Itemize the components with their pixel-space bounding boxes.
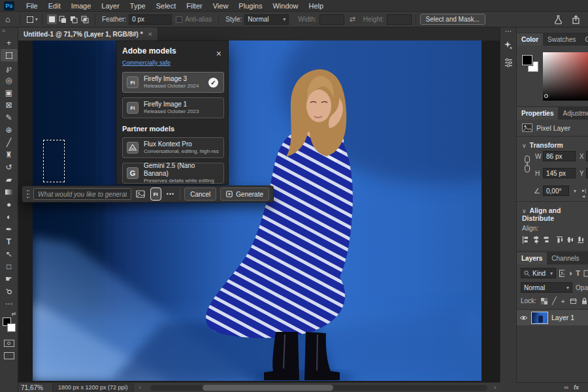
menu-window[interactable]: Window bbox=[267, 0, 303, 12]
tab-paths[interactable]: Paths bbox=[584, 252, 588, 265]
tab-gradients[interactable]: Gradients bbox=[580, 33, 588, 46]
reference-image-icon[interactable] bbox=[135, 188, 146, 201]
model-picker-button[interactable]: Fi bbox=[150, 188, 161, 201]
tab-channels[interactable]: Channels bbox=[547, 252, 583, 265]
tab-adjustments[interactable]: Adjustments bbox=[558, 107, 588, 120]
add-selection-icon[interactable] bbox=[58, 14, 68, 24]
style-select[interactable]: Normal ▾ bbox=[244, 14, 289, 25]
filter-shape-icon[interactable] bbox=[583, 270, 588, 277]
eyedropper-tool[interactable]: ✎ bbox=[1, 111, 18, 123]
model-card-firefly-3[interactable]: Fi Firefly Image 3 Released October 2024… bbox=[122, 72, 224, 93]
menu-image[interactable]: Image bbox=[66, 0, 97, 12]
width-value-input[interactable]: 86 px bbox=[543, 151, 576, 161]
rectangular-marquee-tool[interactable] bbox=[1, 49, 18, 61]
menu-type[interactable]: Type bbox=[125, 0, 151, 12]
tab-properties[interactable]: Properties bbox=[517, 107, 558, 120]
status-chevron-icon[interactable]: › bbox=[139, 384, 141, 391]
commercially-safe-link[interactable]: Commercially safe bbox=[122, 59, 171, 66]
dodge-tool[interactable]: ◐ bbox=[1, 210, 18, 223]
tab-color[interactable]: Color bbox=[517, 33, 543, 46]
beta-flask-icon[interactable] bbox=[554, 15, 563, 24]
filter-type-icon[interactable]: T bbox=[576, 269, 580, 277]
layer-row[interactable]: Layer 1 bbox=[517, 310, 588, 325]
scroll-right-arrow-icon[interactable]: › bbox=[494, 384, 496, 391]
home-icon[interactable]: ⌂ bbox=[5, 14, 10, 24]
align-middle-vertical-icon[interactable] bbox=[567, 236, 573, 244]
layer-name[interactable]: Layer 1 bbox=[551, 314, 574, 321]
tab-layers[interactable]: Layers bbox=[517, 252, 547, 265]
width-input[interactable] bbox=[319, 14, 344, 25]
horizontal-scrollbar-thumb[interactable] bbox=[203, 385, 333, 391]
align-bottom-icon[interactable] bbox=[578, 236, 583, 244]
flip-horizontal-icon[interactable]: ▸|◂ bbox=[582, 188, 588, 199]
angle-caret-icon[interactable]: ▾ bbox=[574, 188, 576, 194]
generate-button[interactable]: Generate bbox=[220, 188, 269, 201]
object-selection-tool[interactable]: ◎ bbox=[1, 74, 18, 86]
generate-prompt-input[interactable] bbox=[33, 188, 131, 200]
more-options-button[interactable]: ••• bbox=[165, 188, 176, 201]
menu-layer[interactable]: Layer bbox=[96, 0, 125, 12]
menu-plugins[interactable]: Plugins bbox=[233, 0, 267, 12]
layer-filter-kind-select[interactable]: Kind ▾ bbox=[521, 268, 556, 278]
history-brush-tool[interactable]: ↺ bbox=[1, 161, 18, 173]
swap-dimensions-icon[interactable]: ⇄ bbox=[350, 15, 355, 24]
layer-thumbnail[interactable] bbox=[531, 312, 548, 324]
strip-drag-handle-icon[interactable] bbox=[505, 30, 512, 33]
blend-mode-select[interactable]: Normal ▾ bbox=[521, 282, 572, 293]
height-input[interactable] bbox=[387, 14, 412, 25]
select-and-mask-button[interactable]: Select and Mask... bbox=[420, 14, 485, 25]
menu-file[interactable]: File bbox=[21, 0, 43, 12]
eraser-tool[interactable]: ▰ bbox=[1, 173, 18, 186]
pen-tool[interactable]: ✒ bbox=[1, 223, 18, 235]
feather-input[interactable]: 0 px bbox=[129, 14, 172, 25]
popup-close-icon[interactable]: × bbox=[216, 50, 221, 57]
menu-view[interactable]: View bbox=[208, 0, 234, 12]
gradient-tool[interactable] bbox=[1, 186, 18, 198]
align-section-header[interactable]: ∨Align and Distribute bbox=[517, 202, 588, 223]
lock-paint-icon[interactable]: ╱ bbox=[552, 297, 557, 305]
cancel-button[interactable]: Cancel bbox=[184, 188, 216, 201]
document-tab-close-icon[interactable]: × bbox=[148, 30, 152, 38]
anti-alias-checkbox[interactable] bbox=[176, 16, 182, 23]
height-value-input[interactable]: 145 px bbox=[543, 168, 576, 178]
align-top-icon[interactable] bbox=[557, 236, 563, 244]
edit-toolbar-button[interactable]: ⋯ bbox=[1, 297, 18, 310]
zoom-level-field[interactable]: 71,67% bbox=[21, 384, 43, 391]
menu-filter[interactable]: Filter bbox=[181, 0, 207, 12]
tab-swatches[interactable]: Swatches bbox=[543, 33, 580, 46]
color-field[interactable] bbox=[543, 52, 588, 101]
generative-sparkle-icon[interactable] bbox=[504, 41, 513, 50]
foreground-color-swatch[interactable] bbox=[522, 55, 532, 65]
tool-preset-caret-icon[interactable]: ▾ bbox=[35, 16, 38, 22]
new-selection-icon[interactable] bbox=[47, 14, 57, 24]
menu-edit[interactable]: Edit bbox=[43, 0, 66, 12]
layer-effects-fx-icon[interactable]: fx bbox=[574, 384, 579, 391]
align-left-icon[interactable] bbox=[522, 236, 528, 244]
filter-image-icon[interactable] bbox=[559, 270, 564, 277]
brush-tool[interactable]: ╱ bbox=[1, 136, 18, 148]
layer-visibility-eye-icon[interactable] bbox=[519, 315, 528, 321]
intersect-selection-icon[interactable] bbox=[80, 14, 90, 24]
document-tab[interactable]: Untitled-1 @ 71,7% (Layer 1, RGB/8#) * × bbox=[18, 27, 157, 41]
canvas-area[interactable] bbox=[18, 41, 500, 382]
clone-stamp-tool[interactable]: ♜ bbox=[1, 148, 18, 161]
horizontal-scrollbar[interactable] bbox=[150, 385, 488, 391]
selection-marquee[interactable] bbox=[44, 140, 64, 182]
filter-adjustment-icon[interactable]: ◑ bbox=[568, 269, 572, 277]
background-color-swatch[interactable] bbox=[7, 323, 16, 332]
swap-colors-icon[interactable]: ⇄ bbox=[12, 311, 16, 317]
frame-tool[interactable]: ⊠ bbox=[1, 99, 18, 111]
drag-handle-icon[interactable] bbox=[26, 189, 29, 199]
lock-artboard-icon[interactable] bbox=[570, 298, 577, 304]
model-card-gemini[interactable]: G Gemini 2.5 (Nano Banana) Preserves det… bbox=[122, 163, 224, 184]
align-center-horizontal-icon[interactable] bbox=[532, 236, 538, 244]
align-right-icon[interactable] bbox=[543, 236, 549, 244]
subtract-selection-icon[interactable] bbox=[69, 14, 79, 24]
toolbar-collapse-icon[interactable]: » bbox=[0, 27, 18, 37]
link-dimensions-icon[interactable] bbox=[523, 155, 531, 172]
lock-transparency-icon[interactable] bbox=[541, 298, 547, 304]
crop-tool[interactable]: ▣ bbox=[1, 86, 18, 99]
adjustment-sliders-icon[interactable] bbox=[504, 57, 513, 67]
quick-mask-button[interactable] bbox=[4, 340, 14, 347]
model-card-flux[interactable]: Flux Kontext Pro Conversational, editing… bbox=[122, 137, 224, 158]
